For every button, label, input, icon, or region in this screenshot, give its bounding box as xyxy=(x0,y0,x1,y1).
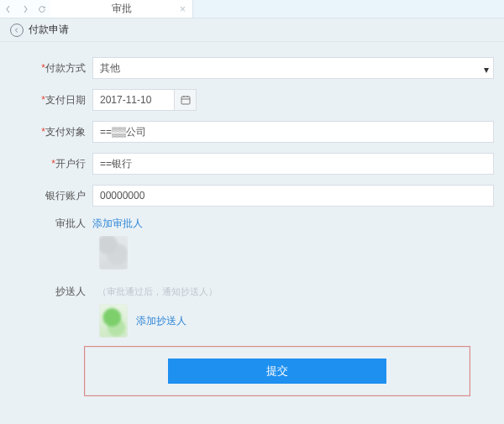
arrow-left-icon xyxy=(13,27,20,34)
cc-hint: （审批通过后，通知抄送人） xyxy=(97,286,218,296)
refresh-button[interactable] xyxy=(34,0,50,18)
label-pay-method: *付款方式 xyxy=(8,61,92,76)
nav-back-button[interactable] xyxy=(0,0,17,18)
bank-open-input[interactable] xyxy=(92,153,494,175)
row-pay-target: *支付对象 xyxy=(8,121,496,143)
label-pay-date: *支付日期 xyxy=(8,93,92,107)
calendar-icon xyxy=(181,95,191,105)
form-content: *付款方式 其他 ▾ *支付日期 *支付对象 *开户行 银行账户 审批人 添加审… xyxy=(0,42,504,405)
top-bar: 审批 × xyxy=(0,0,504,18)
tab-approval[interactable]: 审批 × xyxy=(50,0,193,18)
label-cc: 抄送人 xyxy=(8,285,92,299)
row-cc: 抄送人 （审批通过后，通知抄送人） xyxy=(8,285,496,299)
cc-avatar[interactable] xyxy=(99,304,128,338)
nav-forward-button[interactable] xyxy=(17,0,34,18)
row-bank-open: *开户行 xyxy=(8,153,496,175)
add-approver-link[interactable]: 添加审批人 xyxy=(92,217,143,229)
calendar-button[interactable] xyxy=(175,89,197,111)
cc-avatar-row: 添加抄送人 xyxy=(8,304,496,338)
submit-frame: 提交 xyxy=(84,346,470,396)
tab-label: 审批 xyxy=(112,2,132,16)
approver-avatar-block xyxy=(8,236,496,270)
back-button[interactable] xyxy=(10,24,24,37)
row-bank-account: 银行账户 xyxy=(8,185,496,207)
add-cc-link[interactable]: 添加抄送人 xyxy=(136,314,186,328)
pay-date-input[interactable] xyxy=(92,89,175,111)
topbar-spacer xyxy=(193,0,504,18)
chevron-left-icon xyxy=(4,5,13,13)
submit-button[interactable]: 提交 xyxy=(168,359,386,384)
row-pay-method: *付款方式 其他 ▾ xyxy=(8,57,496,79)
row-approver: 审批人 添加审批人 xyxy=(8,217,496,231)
bank-account-input[interactable] xyxy=(92,185,494,207)
page-title: 付款申请 xyxy=(29,23,69,37)
approver-avatar[interactable] xyxy=(99,236,128,270)
label-bank-account: 银行账户 xyxy=(8,189,92,203)
refresh-icon xyxy=(38,5,46,13)
pay-method-select[interactable]: 其他 xyxy=(92,57,494,79)
pay-target-input[interactable] xyxy=(92,121,494,143)
tab-close-button[interactable]: × xyxy=(180,3,186,15)
row-pay-date: *支付日期 xyxy=(8,89,496,111)
page-titlebar: 付款申请 xyxy=(0,18,504,42)
label-approver: 审批人 xyxy=(8,217,92,231)
svg-rect-0 xyxy=(181,97,190,104)
label-bank-open: *开户行 xyxy=(8,157,92,171)
chevron-right-icon xyxy=(21,5,29,13)
label-pay-target: *支付对象 xyxy=(8,125,92,139)
